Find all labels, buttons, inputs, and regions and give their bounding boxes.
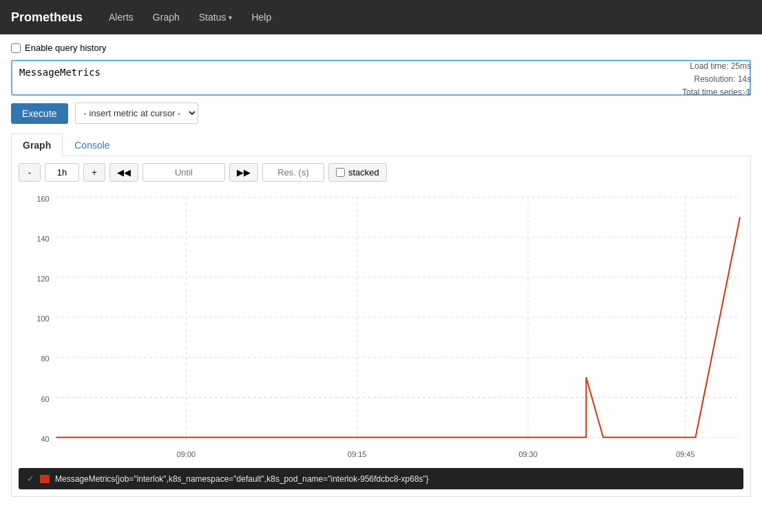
tab-console[interactable]: Console xyxy=(63,134,121,156)
query-area: MessageMetrics Load time: 25ms Resolutio… xyxy=(11,60,751,96)
stacked-checkbox[interactable] xyxy=(336,168,345,177)
legend-label: MessageMetrics{job="interlok",k8s_namesp… xyxy=(55,474,429,484)
tab-graph[interactable]: Graph xyxy=(11,134,63,156)
stacked-text: stacked xyxy=(348,167,379,178)
svg-text:09:45: 09:45 xyxy=(676,449,695,458)
navbar: Prometheus Alerts Graph Status Help xyxy=(0,0,762,34)
total-time-series: Total time series: 1 xyxy=(682,86,751,99)
svg-text:80: 80 xyxy=(41,354,50,363)
load-time: Load time: 25ms xyxy=(682,60,751,73)
zoom-out-button[interactable]: - xyxy=(19,163,41,182)
svg-text:40: 40 xyxy=(41,435,50,443)
chart-container: 160 140 120 100 80 60 40 xyxy=(19,189,743,464)
nav-help[interactable]: Help xyxy=(242,2,281,32)
chart-svg: 160 140 120 100 80 60 40 xyxy=(19,189,743,464)
query-history-label: Enable query history xyxy=(25,43,107,53)
rewind-button[interactable]: ◀◀ xyxy=(109,163,138,182)
nav-links: Alerts Graph Status Help xyxy=(99,2,281,32)
query-history-checkbox[interactable] xyxy=(11,43,21,53)
resolution: Resolution: 14s xyxy=(682,73,751,86)
range-input[interactable] xyxy=(45,163,79,182)
stacked-label[interactable]: stacked xyxy=(328,163,387,182)
zoom-in-button[interactable]: + xyxy=(83,163,105,182)
legend-row: ✓ MessageMetrics{job="interlok",k8s_name… xyxy=(19,468,743,489)
info-panel: Load time: 25ms Resolution: 14s Total ti… xyxy=(682,60,751,100)
brand: Prometheus xyxy=(11,10,83,25)
svg-text:120: 120 xyxy=(36,275,49,283)
svg-text:100: 100 xyxy=(36,315,49,323)
execute-row: Execute - insert metric at cursor - xyxy=(11,103,751,124)
legend-check: ✓ xyxy=(27,474,34,484)
query-history-row: Enable query history xyxy=(11,43,751,53)
execute-button[interactable]: Execute xyxy=(11,103,68,124)
nav-alerts[interactable]: Alerts xyxy=(99,2,143,32)
svg-text:09:15: 09:15 xyxy=(348,449,366,458)
svg-text:140: 140 xyxy=(36,235,49,243)
legend-color-box xyxy=(40,475,50,483)
svg-text:09:00: 09:00 xyxy=(177,449,195,458)
nav-graph[interactable]: Graph xyxy=(143,2,189,32)
svg-text:60: 60 xyxy=(41,394,50,403)
until-input[interactable] xyxy=(142,163,225,182)
resolution-input[interactable] xyxy=(262,163,324,182)
main-content: Enable query history MessageMetrics Load… xyxy=(0,34,762,532)
insert-metric-select[interactable]: - insert metric at cursor - xyxy=(75,103,198,124)
nav-status[interactable]: Status xyxy=(189,2,242,32)
query-textarea[interactable]: MessageMetrics xyxy=(11,60,751,96)
controls-row: - + ◀◀ ▶▶ stacked xyxy=(19,163,743,182)
svg-text:160: 160 xyxy=(36,194,49,202)
forward-button[interactable]: ▶▶ xyxy=(229,163,258,182)
tabs: Graph Console xyxy=(11,134,751,156)
graph-panel: - + ◀◀ ▶▶ stacked 160 140 120 100 80 60 … xyxy=(11,156,751,497)
svg-text:09:30: 09:30 xyxy=(518,449,537,458)
